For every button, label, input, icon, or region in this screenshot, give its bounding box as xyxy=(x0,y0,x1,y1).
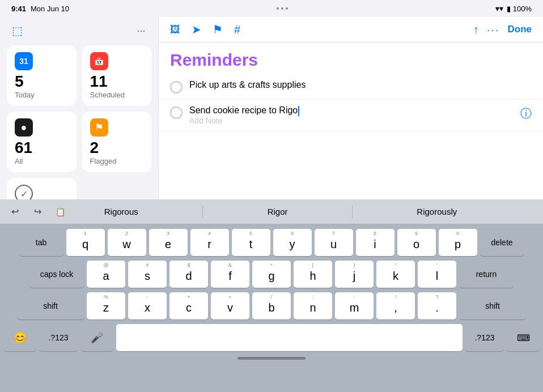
toolbar-more-button[interactable]: ··· xyxy=(487,23,500,36)
key-w[interactable]: 2 w xyxy=(108,229,146,256)
redo-button[interactable]: ↪ xyxy=(28,203,46,221)
key-y[interactable]: 6 y xyxy=(273,229,312,256)
autocorrect-bar: ↩ ↪ 📋 Rigorous Rigor Rigorously xyxy=(0,199,543,224)
key-k[interactable]: " k xyxy=(376,261,415,288)
smart-list-all[interactable]: ● 61 All xyxy=(7,112,77,172)
return-key[interactable]: return xyxy=(459,261,514,288)
paste-button[interactable]: 📋 xyxy=(51,203,69,221)
key-row-1: tab 1 q 2 w 3 e 4 r 5 t 6 xyxy=(3,229,540,256)
sidebar: ⬚ ··· 31 5 Today 📅 11 Scheduled ● 61 All xyxy=(0,17,159,199)
emoji-key[interactable]: 😊 xyxy=(3,324,36,351)
smart-list-flagged[interactable]: ⚑ 2 Flagged xyxy=(82,112,152,172)
shift-left-key[interactable]: shift xyxy=(17,292,84,319)
suggestion-3[interactable]: Rigorously xyxy=(411,204,463,219)
caps-lock-key[interactable]: caps lock xyxy=(29,261,84,288)
num-key-right[interactable]: .?123 xyxy=(465,324,504,351)
key-b[interactable]: / b xyxy=(252,292,291,319)
toolbar-share-icon[interactable]: ↑ xyxy=(473,23,479,36)
top-dots-center xyxy=(277,7,288,10)
suggestion-divider-1 xyxy=(202,206,203,218)
key-q[interactable]: 1 q xyxy=(66,229,105,256)
battery-icon: ▮ 100% xyxy=(507,5,532,13)
done-button[interactable]: Done xyxy=(508,24,532,35)
suggestion-1[interactable]: Rigorous xyxy=(99,204,144,219)
space-key[interactable] xyxy=(116,324,463,351)
key-a[interactable]: @ a xyxy=(87,261,125,288)
key-p[interactable]: 0 p xyxy=(439,229,477,256)
all-label: All xyxy=(15,157,69,165)
today-count: 5 xyxy=(15,74,69,90)
key-row-3: shift % z - x + c = v / b ; xyxy=(3,292,540,319)
status-bar: 9:41 Mon Jun 10 ▾▾ ▮ 100% xyxy=(0,0,543,17)
scheduled-icon: 📅 xyxy=(90,52,108,70)
all-count: 61 xyxy=(15,140,69,156)
key-row-2: caps lock @ a # s $ d & f * g xyxy=(3,261,540,288)
key-j[interactable]: ) j xyxy=(335,261,374,288)
key-n[interactable]: ; n xyxy=(294,292,332,319)
delete-key[interactable]: delete xyxy=(480,229,524,256)
reminder-text-block-1: Pick up arts & crafts supplies xyxy=(189,80,532,90)
key-u[interactable]: 7 u xyxy=(315,229,353,256)
suggestion-divider-2 xyxy=(352,206,353,218)
key-z[interactable]: % z xyxy=(87,292,125,319)
wifi-icon: ▾▾ xyxy=(495,4,503,13)
reminder-add-note[interactable]: Add Note xyxy=(189,116,514,125)
toolbar-image-icon[interactable]: 🖼 xyxy=(170,24,180,36)
suggestion-2[interactable]: Rigor xyxy=(262,204,294,219)
num-key-left[interactable]: .?123 xyxy=(39,324,78,351)
toolbar-flag-icon[interactable]: ⚑ xyxy=(213,23,223,36)
flagged-icon: ⚑ xyxy=(90,118,108,137)
reminders-title: Reminders xyxy=(159,42,543,74)
scheduled-count: 11 xyxy=(90,74,144,90)
key-h[interactable]: ( h xyxy=(294,261,332,288)
key-r[interactable]: 4 r xyxy=(190,229,229,256)
main-content: 🖼 ➤ ⚑ # ↑ ··· Done Reminders Pick up art… xyxy=(159,17,543,199)
today-label: Today xyxy=(15,91,69,99)
key-l[interactable]: ' l xyxy=(418,261,456,288)
key-m[interactable]: : m xyxy=(335,292,374,319)
reminder-text-2[interactable]: Send cookie recipe to Rigo xyxy=(189,105,514,116)
reminder-item-2: Send cookie recipe to Rigo Add Note ⓘ xyxy=(159,100,543,131)
keyboard-rows: tab 1 q 2 w 3 e 4 r 5 t 6 xyxy=(0,224,543,322)
reminder-text-1: Pick up arts & crafts supplies xyxy=(189,80,532,90)
reminder-text-block-2: Send cookie recipe to Rigo Add Note xyxy=(189,105,514,125)
keyboard-area: ↩ ↪ 📋 Rigorous Rigor Rigorously tab 1 q … xyxy=(0,199,543,392)
all-icon: ● xyxy=(15,118,33,137)
key-x[interactable]: - x xyxy=(128,292,167,319)
shift-right-key[interactable]: shift xyxy=(459,292,526,319)
key-s[interactable]: # s xyxy=(128,261,167,288)
sidebar-more-icon[interactable]: ··· xyxy=(133,23,149,39)
key-excl[interactable]: ! , xyxy=(376,292,415,319)
status-time: 9:41 xyxy=(11,5,26,13)
toolbar-location-icon[interactable]: ➤ xyxy=(192,23,201,36)
reminder-info-icon[interactable]: ⓘ xyxy=(520,106,532,121)
text-cursor xyxy=(298,106,299,116)
hide-keyboard-key[interactable]: ⌨ xyxy=(507,324,540,351)
smart-list-today[interactable]: 31 5 Today xyxy=(7,45,77,106)
mic-key[interactable]: 🎤 xyxy=(80,324,113,351)
sidebar-toggle-icon[interactable]: ⬚ xyxy=(9,23,25,39)
main-layout: ⬚ ··· 31 5 Today 📅 11 Scheduled ● 61 All xyxy=(0,17,543,199)
content-toolbar: 🖼 ➤ ⚑ # ↑ ··· Done xyxy=(159,17,543,42)
key-g[interactable]: * g xyxy=(252,261,291,288)
key-e[interactable]: 3 e xyxy=(149,229,188,256)
smart-lists-grid: 31 5 Today 📅 11 Scheduled ● 61 All ⚑ 2 F… xyxy=(7,45,151,172)
key-i[interactable]: 8 i xyxy=(356,229,394,256)
toolbar-tag-icon[interactable]: # xyxy=(234,23,240,36)
reminder-item-1: Pick up arts & crafts supplies xyxy=(159,74,543,100)
tab-key[interactable]: tab xyxy=(19,229,63,256)
key-t[interactable]: 5 t xyxy=(232,229,270,256)
key-o[interactable]: 9 o xyxy=(397,229,436,256)
flagged-label: Flagged xyxy=(90,157,144,165)
undo-button[interactable]: ↩ xyxy=(6,203,24,221)
scheduled-label: Scheduled xyxy=(90,91,144,99)
today-icon: 31 xyxy=(15,52,33,70)
key-d[interactable]: $ d xyxy=(169,261,208,288)
key-f[interactable]: & f xyxy=(211,261,249,288)
reminder-checkbox-2[interactable] xyxy=(170,106,183,119)
smart-list-scheduled[interactable]: 📅 11 Scheduled xyxy=(82,45,152,106)
key-v[interactable]: = v xyxy=(211,292,249,319)
key-question[interactable]: ? . xyxy=(418,292,456,319)
key-c[interactable]: + c xyxy=(169,292,208,319)
reminder-checkbox-1[interactable] xyxy=(170,81,183,93)
